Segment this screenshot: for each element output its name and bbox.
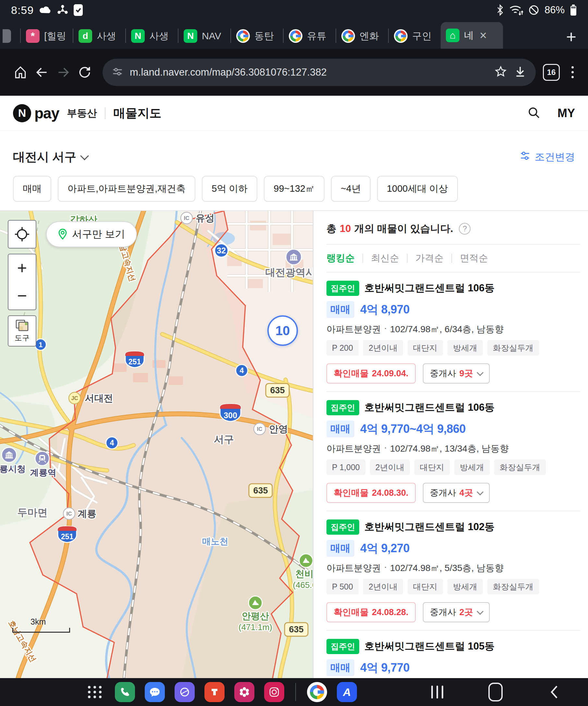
- site-settings-icon[interactable]: [112, 66, 123, 79]
- chip-households[interactable]: 1000세대 이상: [377, 176, 458, 202]
- flower-app-icon[interactable]: [234, 682, 254, 702]
- phone-app-icon[interactable]: [115, 682, 135, 702]
- browser-toolbar: m.land.naver.com/map/36.3081076:127.382 …: [0, 49, 588, 96]
- sort-price[interactable]: 가격순: [415, 252, 443, 265]
- svg-text:매노천: 매노천: [202, 537, 229, 546]
- listing-card[interactable]: 집주인 호반써밋그랜드센트럴 106동 매매 4억 8,970 아파트분양권ㆍ1…: [326, 273, 580, 392]
- chevron-down-icon: [477, 488, 483, 495]
- blue-a-app-icon[interactable]: A: [337, 682, 357, 702]
- region-selector[interactable]: 대전시 서구: [13, 149, 88, 165]
- listing-price: 4억 9,770: [360, 660, 409, 676]
- chip-trade-type[interactable]: 매매: [13, 176, 51, 202]
- camera-app-icon[interactable]: [264, 682, 284, 702]
- city-hall-icon: [2, 447, 16, 462]
- agents-dropdown[interactable]: 중개사 4곳: [423, 483, 490, 503]
- google-favicon: [289, 29, 303, 43]
- change-conditions-button[interactable]: 조건변경: [519, 150, 575, 164]
- home-button[interactable]: [10, 62, 31, 83]
- svg-text:4: 4: [240, 366, 244, 375]
- download-icon[interactable]: [514, 65, 527, 79]
- tab-healing[interactable]: * [힐링: [21, 23, 73, 49]
- help-icon[interactable]: ?: [459, 223, 471, 235]
- tab-google-2[interactable]: 유튜: [284, 23, 336, 49]
- tag: P 200: [326, 340, 359, 356]
- zoom-in-button[interactable]: +: [8, 254, 36, 282]
- mountain-icon: [299, 554, 313, 567]
- chevron-down-icon: [477, 608, 483, 615]
- trade-type-chip: 매매: [326, 540, 354, 557]
- app-drawer-icon[interactable]: [85, 682, 105, 702]
- home-nav-button[interactable]: [481, 678, 510, 706]
- bookmark-star-icon[interactable]: [494, 65, 507, 79]
- route-4-shield: 4: [106, 436, 118, 449]
- reload-button[interactable]: [74, 62, 95, 83]
- listing-cluster-marker[interactable]: 10: [267, 315, 298, 346]
- ic-anyeong-badge: IC: [254, 423, 266, 435]
- tab-google-4[interactable]: 구인: [389, 23, 441, 49]
- route-4-shield: 4: [235, 364, 248, 377]
- tab-google-3[interactable]: 엔화: [336, 23, 388, 49]
- listing-tags: P 200 2년이내 대단지 방세개 화장실두개: [326, 340, 580, 356]
- sort-area[interactable]: 면적순: [460, 252, 488, 265]
- sort-newest[interactable]: 최신순: [371, 252, 399, 265]
- tab-naver-2[interactable]: N NAV: [179, 23, 230, 49]
- my-location-button[interactable]: [8, 220, 36, 248]
- chip-age[interactable]: ~4년: [331, 176, 370, 202]
- svg-text:635: 635: [253, 486, 268, 496]
- google-app-icon[interactable]: [307, 682, 327, 702]
- samsung-internet-app-icon[interactable]: [174, 682, 195, 702]
- messages-app-icon[interactable]: [145, 682, 165, 702]
- tab-counter[interactable]: 16: [543, 64, 560, 81]
- tab-naver-1[interactable]: N 사생: [126, 23, 178, 49]
- sort-ranking[interactable]: 랭킹순: [326, 252, 355, 265]
- chip-price[interactable]: 5억 이하: [202, 176, 257, 202]
- chip-property-type[interactable]: 아파트,아파트분양권,재건축: [58, 176, 195, 202]
- listing-card[interactable]: 집주인 호반써밋그랜드센트럴 106동 매매 4억 9,770~4억 9,860…: [326, 392, 580, 511]
- tab-daangn[interactable]: d 사생: [73, 23, 125, 49]
- menu-kebab-icon[interactable]: [567, 66, 578, 78]
- listing-price: 4억 9,270: [360, 541, 409, 556]
- back-nav-button[interactable]: [539, 678, 569, 706]
- tab-partial[interactable]: [3, 23, 20, 49]
- zoom-out-button[interactable]: −: [8, 282, 36, 310]
- naver-pay-logo[interactable]: N pay 부동산: [13, 104, 97, 122]
- tistory-app-icon[interactable]: [204, 682, 225, 702]
- tag: 방세개: [447, 340, 483, 356]
- google-favicon: [341, 29, 355, 43]
- listing-price: 4억 8,970: [360, 302, 409, 318]
- chip-area[interactable]: 99~132㎡: [264, 176, 324, 202]
- tab-naver-land-active[interactable]: ⌂ 네 ×: [441, 22, 503, 49]
- forward-button[interactable]: [52, 62, 74, 83]
- results-count: 10: [340, 223, 351, 235]
- svg-text:IC: IC: [257, 426, 263, 432]
- route-251-shield: 251: [58, 526, 77, 543]
- listing-card[interactable]: 집주인 호반써밋그랜드센트럴 102동 매매 4억 9,270 아파트분양권ㆍ1…: [326, 511, 580, 631]
- tag: 2년이내: [363, 340, 403, 356]
- close-tab-icon[interactable]: ×: [480, 29, 487, 42]
- ic-yuseong-badge: IC: [181, 212, 192, 224]
- listing-title: 호반써밋그랜드센트럴 106동: [364, 281, 495, 295]
- svg-text:계룡시청: 계룡시청: [0, 464, 26, 474]
- back-button[interactable]: [31, 62, 52, 83]
- svg-text:두마면: 두마면: [17, 507, 48, 518]
- listing-tags: P 500 2년이내 대단지 방세개 화장실두개: [326, 579, 580, 594]
- url-bar[interactable]: m.land.naver.com/map/36.3081076:127.382: [103, 59, 536, 86]
- mountain-icon: [248, 596, 262, 610]
- train-station-icon: [35, 451, 49, 466]
- listing-card[interactable]: 집주인 호반써밋그랜드센트럴 105동 매매 4억 9,770: [326, 631, 580, 675]
- agents-dropdown[interactable]: 중개사 9곳: [423, 363, 490, 384]
- do-not-disturb-icon: [528, 5, 539, 15]
- agents-dropdown[interactable]: 중개사 2곳: [423, 602, 490, 622]
- map-tools-button[interactable]: 도구: [8, 315, 36, 347]
- svg-text:서대전: 서대전: [85, 393, 113, 403]
- recents-button[interactable]: [423, 678, 452, 706]
- scale-bar: [12, 628, 70, 633]
- search-icon[interactable]: [527, 106, 541, 121]
- my-menu[interactable]: MY: [557, 107, 575, 120]
- tab-google-1[interactable]: 동탄: [231, 23, 283, 49]
- battery-icon: [570, 4, 577, 16]
- new-tab-button[interactable]: +: [566, 28, 585, 49]
- view-district-only-button[interactable]: 서구만 보기: [46, 221, 137, 247]
- map-canvas[interactable]: 1 4 4 32 251 251: [0, 211, 313, 678]
- task-checkbox-icon: [73, 4, 83, 16]
